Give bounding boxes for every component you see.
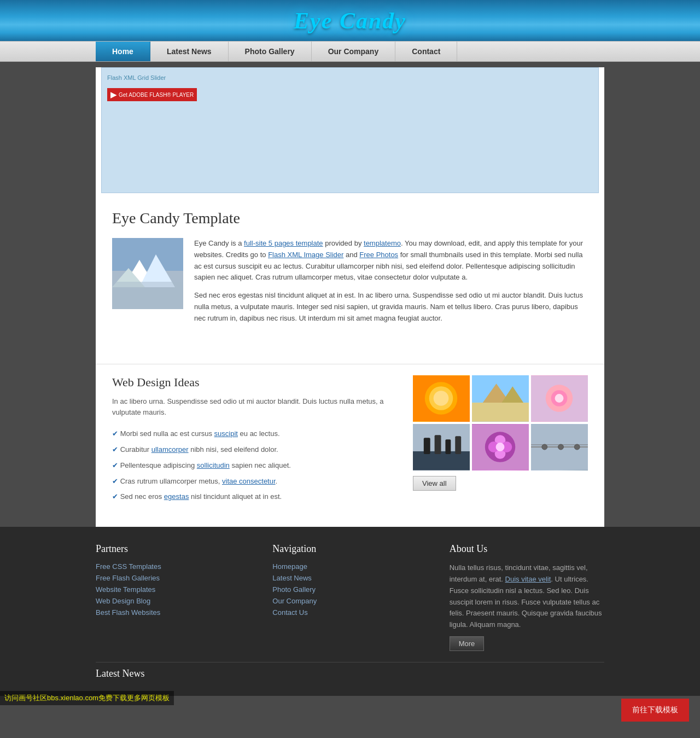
list-item: Sed nec eros egestas nisl tincidunt aliq… xyxy=(112,489,391,505)
main-heading: Eye Candy Template xyxy=(112,210,588,227)
gallery-thumb-flower-purple[interactable] xyxy=(472,424,529,470)
nav-item-contact[interactable]: Contact xyxy=(395,42,457,61)
link-templatemo[interactable]: templatemo xyxy=(364,239,401,247)
link-our-company[interactable]: Our Company xyxy=(272,597,317,605)
link-website-templates[interactable]: Website Templates xyxy=(96,585,155,594)
site-title: Eye Candy xyxy=(294,8,406,34)
content-body: Eye Candy is a full-site 5 pages templat… xyxy=(112,238,588,331)
svg-point-35 xyxy=(558,444,564,450)
gallery-thumb-barbed-wire[interactable] xyxy=(531,424,588,470)
nav-item-home[interactable]: Home xyxy=(96,42,150,61)
nav-link-photo-gallery[interactable]: Photo Gallery xyxy=(229,42,312,61)
list-item: Morbi sed nulla ac est cursus suscipit e… xyxy=(112,426,391,442)
svg-rect-5 xyxy=(112,282,183,309)
gallery-thumb-flower-pink[interactable] xyxy=(531,375,588,422)
nav-bar: Home Latest News Photo Gallery Our Compa… xyxy=(0,41,700,62)
svg-point-17 xyxy=(555,394,564,403)
footer-col-about: About Us Nulla tellus risus, tincidunt v… xyxy=(450,543,604,651)
nav-link-contact[interactable]: Contact xyxy=(395,42,457,61)
footer-cols: Partners Free CSS Templates Free Flash G… xyxy=(96,543,604,651)
link-full-site[interactable]: full-site 5 pages template xyxy=(244,239,323,247)
link-suscipit[interactable]: suscipit xyxy=(214,429,238,438)
link-best-flash[interactable]: Best Flash Websites xyxy=(96,608,160,617)
main-wrapper: Flash XML Grid Slider ▶ Get ADOBE FLASH®… xyxy=(96,67,604,527)
list-item: Photo Gallery xyxy=(272,585,427,594)
gallery-grid xyxy=(413,375,588,470)
navigation-heading: Navigation xyxy=(272,543,427,555)
flash-slider-link[interactable]: Flash XML Grid Slider xyxy=(107,74,166,81)
list-item: Free Flash Galleries xyxy=(96,574,250,582)
flash-badge-container: ▶ Get ADOBE FLASH® PLAYER xyxy=(107,85,593,101)
link-photo-gallery[interactable]: Photo Gallery xyxy=(272,585,316,594)
content-text: Eye Candy is a full-site 5 pages templat… xyxy=(194,238,588,331)
list-item: Free CSS Templates xyxy=(96,562,250,571)
ideas-list: Morbi sed nulla ac est cursus suscipit e… xyxy=(112,426,391,505)
nav-link-latest-news[interactable]: Latest News xyxy=(150,42,229,61)
svg-rect-23 xyxy=(455,436,461,454)
mountain-svg xyxy=(112,238,183,309)
svg-point-30 xyxy=(496,443,505,451)
list-item: Web Design Blog xyxy=(96,597,250,605)
nav-item-photo-gallery[interactable]: Photo Gallery xyxy=(229,42,312,61)
list-item: Contact Us xyxy=(272,608,427,617)
ideas-left: Web Design Ideas In ac libero urna. Susp… xyxy=(112,375,391,511)
list-item: Curabitur ullamcorper nibh nisi, sed ele… xyxy=(112,442,391,458)
nav-link-our-company[interactable]: Our Company xyxy=(312,42,396,61)
flash-icon: ▶ xyxy=(110,90,116,99)
list-item: Pellentesque adipiscing sollicitudin sap… xyxy=(112,458,391,474)
ideas-section: Web Design Ideas In ac libero urna. Susp… xyxy=(96,375,604,527)
more-button[interactable]: More xyxy=(450,636,485,651)
list-item: Best Flash Websites xyxy=(96,608,250,617)
gallery-thumb-pyramids[interactable] xyxy=(472,375,529,422)
content-para-2: Sed nec eros egestas nisl tincidunt aliq… xyxy=(194,290,588,324)
footer: Partners Free CSS Templates Free Flash G… xyxy=(0,527,700,696)
about-heading: About Us xyxy=(450,543,604,555)
svg-point-34 xyxy=(542,444,547,450)
about-text: Nulla tellus risus, tincidunt vitae, sag… xyxy=(450,562,604,631)
gallery-thumb-orange[interactable] xyxy=(413,375,470,422)
link-egestas[interactable]: egestas xyxy=(164,492,189,501)
link-free-flash[interactable]: Free Flash Galleries xyxy=(96,574,160,582)
svg-rect-11 xyxy=(472,403,529,422)
partners-heading: Partners xyxy=(96,543,250,555)
gallery-thumb-people[interactable] xyxy=(413,424,470,470)
svg-rect-20 xyxy=(424,438,430,454)
flash-badge-label: Get ADOBE FLASH® PLAYER xyxy=(119,92,194,98)
svg-rect-22 xyxy=(445,439,451,454)
latest-news-footer-heading: Latest News xyxy=(96,668,604,679)
ideas-intro: In ac libero urna. Suspendisse sed odio … xyxy=(112,396,391,419)
link-contact-us[interactable]: Contact Us xyxy=(272,608,307,617)
link-vitae-consectetur[interactable]: vitae consectetur xyxy=(222,477,276,485)
link-sollicitudin[interactable]: sollicitudin xyxy=(197,461,230,469)
link-flash-xml[interactable]: Flash XML Image Slider xyxy=(268,251,343,259)
slider-area: Flash XML Grid Slider ▶ Get ADOBE FLASH®… xyxy=(101,67,599,193)
content-para-1: Eye Candy is a full-site 5 pages templat… xyxy=(194,238,588,283)
footer-col-navigation: Navigation Homepage Latest News Photo Ga… xyxy=(272,543,427,651)
list-item: Our Company xyxy=(272,597,427,605)
nav-link-home[interactable]: Home xyxy=(96,42,150,61)
mountain-image xyxy=(112,238,183,309)
svg-rect-21 xyxy=(435,435,441,454)
svg-rect-19 xyxy=(413,451,470,470)
nav-list: Home Latest News Photo Gallery Our Compa… xyxy=(96,42,604,61)
svg-point-36 xyxy=(574,444,580,450)
ideas-right: View all xyxy=(413,375,588,511)
nav-item-latest-news[interactable]: Latest News xyxy=(150,42,229,61)
footer-latest-news: Latest News xyxy=(96,662,604,679)
link-duis-vitae[interactable]: Duis vitae velit xyxy=(505,575,551,583)
ideas-heading: Web Design Ideas xyxy=(112,375,391,390)
navigation-list: Homepage Latest News Photo Gallery Our C… xyxy=(272,562,427,617)
list-item: Latest News xyxy=(272,574,427,582)
view-all-button[interactable]: View all xyxy=(413,476,456,491)
nav-item-our-company[interactable]: Our Company xyxy=(312,42,396,61)
link-homepage[interactable]: Homepage xyxy=(272,562,307,571)
link-free-photos[interactable]: Free Photos xyxy=(359,251,398,259)
link-latest-news[interactable]: Latest News xyxy=(272,574,312,582)
link-free-css[interactable]: Free CSS Templates xyxy=(96,562,161,571)
link-ullamcorper[interactable]: ullamcorper xyxy=(151,445,189,454)
link-web-design-blog[interactable]: Web Design Blog xyxy=(96,597,150,605)
nav: Home Latest News Photo Gallery Our Compa… xyxy=(0,41,700,62)
partners-list: Free CSS Templates Free Flash Galleries … xyxy=(96,562,250,617)
svg-point-9 xyxy=(434,391,449,406)
section-divider xyxy=(96,364,604,364)
